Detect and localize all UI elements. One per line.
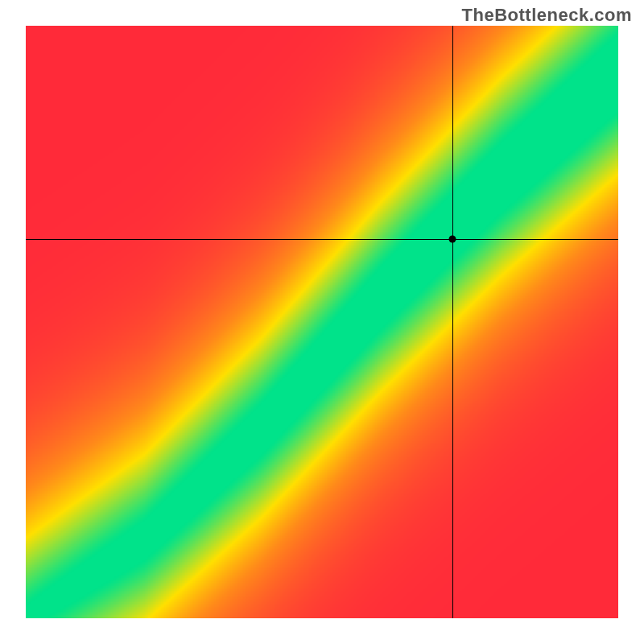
crosshair-vertical bbox=[452, 26, 453, 618]
crosshair-horizontal bbox=[26, 239, 618, 240]
watermark-text: TheBottleneck.com bbox=[462, 5, 632, 26]
heatmap-canvas bbox=[26, 26, 618, 618]
selection-marker[interactable] bbox=[448, 235, 456, 242]
heatmap-plot bbox=[26, 26, 618, 618]
